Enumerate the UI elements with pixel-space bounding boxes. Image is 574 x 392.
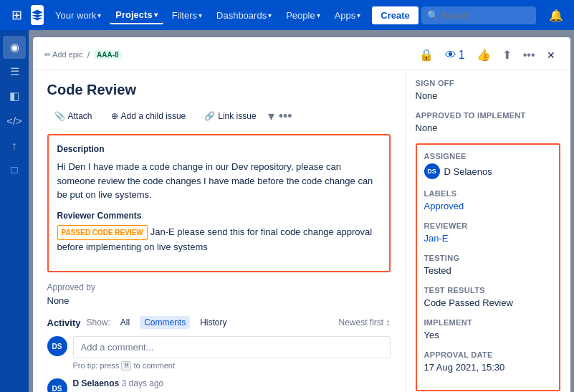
sign-off-value: None xyxy=(416,90,560,101)
attach-button[interactable]: 📎 Attach xyxy=(47,108,100,124)
add-child-button[interactable]: ⊕ Add a child issue xyxy=(104,108,193,124)
approved-by-value: None xyxy=(47,295,391,306)
show-label: Show: xyxy=(86,317,110,328)
approval-date-value: 17 Aug 2021, 15:30 xyxy=(424,362,552,373)
breadcrumb: ✏ Add epic / AAA-8 xyxy=(44,50,122,60)
nav-people[interactable]: People ▾ xyxy=(280,7,325,24)
more-options-icon[interactable]: ••• xyxy=(279,109,292,124)
reviewer-field: Reviewer Jan-E xyxy=(424,221,552,244)
comment-content: D Selaenos 3 days ago Thanks Dan now the… xyxy=(73,378,391,392)
reviewer-label: Reviewer xyxy=(424,221,552,230)
watch-button[interactable]: 👁 1 xyxy=(441,47,469,64)
search-wrapper: 🔍 xyxy=(421,6,536,24)
reviewer-comments-title: Reviewer Comments xyxy=(57,211,381,221)
assignee-label: Assignee xyxy=(424,152,552,161)
search-input[interactable] xyxy=(421,6,536,24)
notifications-icon[interactable]: 🔔 xyxy=(545,6,568,25)
assignee-avatar: DS xyxy=(424,163,440,179)
reviewer-text: PASSED CODE REVIEWJan-E please send this… xyxy=(57,225,381,254)
comment-input-row: DS Add a comment... Pro tip: press M to … xyxy=(47,336,391,370)
jira-logo xyxy=(31,5,44,25)
testing-label: Testing xyxy=(424,254,552,262)
dropdown-arrow[interactable]: ▾ xyxy=(268,108,274,124)
create-button[interactable]: Create xyxy=(372,6,418,24)
issue-title: Code Review xyxy=(47,82,391,98)
approved-to-implement-field: Approved to Implement None xyxy=(416,111,560,133)
labels-field: Labels Approved xyxy=(424,189,552,211)
link-icon: 🔗 xyxy=(204,111,215,121)
comments-filter-button[interactable]: Comments xyxy=(140,316,190,329)
like-button[interactable]: 👍 xyxy=(473,46,494,64)
chevron-down-icon: ▾ xyxy=(154,11,158,19)
assignee-row: DS D Selaenos xyxy=(424,163,552,179)
toolbar: 📎 Attach ⊕ Add a child issue 🔗 Link issu… xyxy=(47,108,391,124)
add-child-icon: ⊕ xyxy=(111,111,118,121)
assignee-name[interactable]: D Selaenos xyxy=(444,166,492,177)
comment-meta: D Selaenos 3 days ago xyxy=(73,378,391,388)
labels-value[interactable]: Approved xyxy=(424,201,552,211)
sidebar-box-icon[interactable]: □ xyxy=(3,158,26,181)
implement-label: Implement xyxy=(424,318,552,327)
approved-by-label: Approved by xyxy=(47,282,391,292)
issue-modal: ✏ Add epic / AAA-8 🔒 👁 1 👍 ⬆ ••• ✕ xyxy=(33,37,570,392)
top-navigation: ⊞ Your work ▾ Projects ▾ Filters ▾ Dashb… xyxy=(0,0,574,30)
grid-icon[interactable]: ⊞ xyxy=(6,4,28,26)
approved-to-implement-value: None xyxy=(416,123,560,133)
nav-your-work[interactable]: Your work ▾ xyxy=(49,7,107,24)
comment-input[interactable]: Add a comment... xyxy=(73,336,391,358)
left-panel: Code Review 📎 Attach ⊕ Add a child issue xyxy=(33,70,406,392)
nav-dashboards[interactable]: Dashboards ▾ xyxy=(211,7,277,24)
chevron-down-icon: ▾ xyxy=(317,11,320,19)
assignee-field: Assignee DS D Selaenos xyxy=(424,152,552,179)
eye-icon: 👁 xyxy=(445,49,456,62)
test-results-field: Test results Code Passed Review xyxy=(424,286,552,308)
chevron-down-icon: ▾ xyxy=(97,11,101,19)
nav-apps[interactable]: Apps ▾ xyxy=(329,7,367,24)
sign-off-label: Sign Off xyxy=(416,79,560,87)
all-filter-button[interactable]: All xyxy=(116,316,134,329)
attach-icon: 📎 xyxy=(54,111,65,121)
modal-body: Code Review 📎 Attach ⊕ Add a child issue xyxy=(33,70,570,392)
sign-off-field: Sign Off None xyxy=(416,79,560,101)
testing-field: Testing Tested xyxy=(424,254,552,276)
edit-icon: ✏ Add epic xyxy=(44,50,83,59)
sort-button[interactable]: Newest first ↕ xyxy=(338,317,390,328)
current-user-avatar: DS xyxy=(47,336,67,356)
nav-filters[interactable]: Filters ▾ xyxy=(166,7,208,24)
description-title: Description xyxy=(57,144,381,154)
description-section: Description Hi Den I have made a code ch… xyxy=(47,134,391,272)
issue-link[interactable]: AAA-8 xyxy=(94,50,122,59)
share-button[interactable]: ⬆ xyxy=(499,46,515,64)
modal-actions: 🔒 👁 1 👍 ⬆ ••• ✕ xyxy=(416,46,559,64)
approval-date-label: Approval Date xyxy=(424,350,552,359)
more-button[interactable]: ••• xyxy=(520,47,539,64)
modal-overlay: ✏ Add epic / AAA-8 🔒 👁 1 👍 ⬆ ••• ✕ xyxy=(29,30,574,392)
implement-field: Implement Yes xyxy=(424,318,552,340)
pro-tip: Pro tip: press M to comment xyxy=(73,361,391,370)
approval-date-field: Approval Date 17 Aug 2021, 15:30 xyxy=(424,350,552,373)
lock-button[interactable]: 🔒 xyxy=(416,46,437,64)
activity-title: Activity xyxy=(47,317,81,328)
close-button[interactable]: ✕ xyxy=(543,47,559,63)
comment-item: DS D Selaenos 3 days ago Thanks Dan now … xyxy=(47,378,391,392)
issue-tag: AAA-8 xyxy=(94,50,122,59)
nav-projects[interactable]: Projects ▾ xyxy=(110,6,163,24)
watch-count: 1 xyxy=(459,49,465,62)
comment-author: D Selaenos xyxy=(73,378,120,388)
right-panel: Sign Off None Approved to Implement None… xyxy=(406,70,570,392)
chevron-down-icon: ▾ xyxy=(268,11,272,19)
commenter-avatar: DS xyxy=(47,378,67,392)
reviewer-value[interactable]: Jan-E xyxy=(424,233,552,244)
sidebar-list-icon[interactable]: ☰ xyxy=(3,60,26,83)
help-icon[interactable]: ❓ xyxy=(570,6,574,25)
sidebar-code-icon[interactable]: </> xyxy=(3,109,26,132)
history-filter-button[interactable]: History xyxy=(196,316,231,329)
sidebar-home-icon[interactable]: ◉ xyxy=(3,36,26,59)
sidebar-deploy-icon[interactable]: ↑ xyxy=(3,133,26,156)
main-area: ✏ Add epic / AAA-8 🔒 👁 1 👍 ⬆ ••• ✕ xyxy=(29,30,574,392)
passed-badge: PASSED CODE REVIEW xyxy=(57,225,148,240)
sidebar-board-icon[interactable]: ◧ xyxy=(3,85,26,107)
approved-by-section: Approved by None xyxy=(47,282,391,306)
test-results-label: Test results xyxy=(424,286,552,295)
link-issue-button[interactable]: 🔗 Link issue xyxy=(197,108,263,124)
